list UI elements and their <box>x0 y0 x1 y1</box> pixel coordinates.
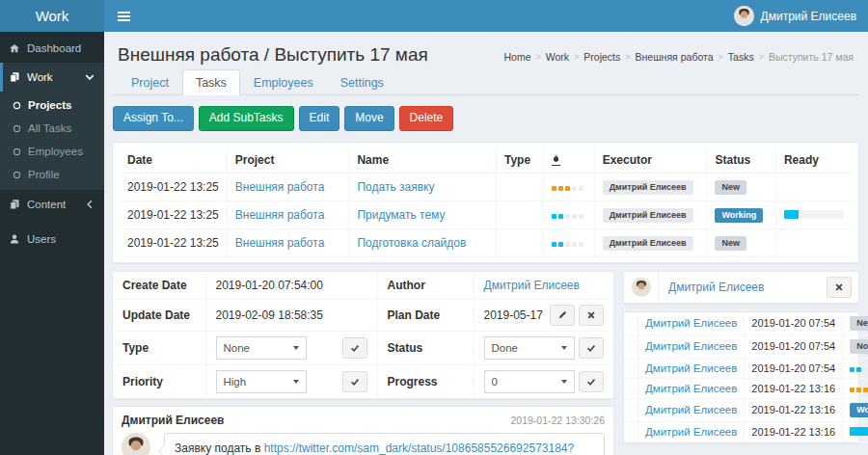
activity-user-link[interactable]: Дмитрий Елисеев <box>645 404 737 415</box>
apply-type-button[interactable] <box>342 337 367 359</box>
activity-table: Дмитрий Елисеев 2019-01-20 07:54 New Дми… <box>624 312 868 442</box>
ready-cell <box>775 201 852 228</box>
circle-icon <box>13 171 21 179</box>
task-date: 2019-01-22 13:25 <box>120 201 227 228</box>
remove-assignee-button[interactable] <box>827 277 852 298</box>
activity-user-link[interactable]: Дмитрий Елисеев <box>645 426 737 438</box>
tab-settings[interactable]: Settings <box>327 69 397 95</box>
user-menu[interactable]: Дмитрий Елисеев <box>734 6 868 26</box>
sidebar-item-users[interactable]: Users <box>0 225 104 254</box>
top-header: Work Дмитрий Елисеев <box>0 0 868 32</box>
files-icon <box>9 199 20 210</box>
priority-dots <box>552 214 585 219</box>
type-select[interactable]: None <box>216 336 307 360</box>
brand-logo[interactable]: Work <box>0 0 104 32</box>
sidebar-item-employees[interactable]: Employees <box>0 140 104 163</box>
priority-dots <box>850 367 868 372</box>
tab-employees[interactable]: Employees <box>240 69 327 95</box>
sidebar-toggle-icon[interactable] <box>104 0 143 32</box>
files-icon <box>9 71 20 83</box>
sidebar-item-work[interactable]: Work <box>0 63 104 92</box>
col-status[interactable]: Status <box>707 147 775 174</box>
task-date: 2019-01-22 13:25 <box>120 228 227 256</box>
comment-text: Заявку подать в <box>175 442 264 455</box>
priority-select[interactable]: High <box>216 370 307 393</box>
col-type[interactable]: Type <box>496 147 543 174</box>
col-name[interactable]: Name <box>349 147 497 174</box>
sidebar: Dashboard Work Projects All Tasks Empl <box>0 32 104 455</box>
apply-status-button[interactable] <box>579 337 604 359</box>
list-item: Дмитрий Елисеев 2019-01-22 13:16 <box>624 421 868 442</box>
activity-date: 2019-01-22 13:16 <box>745 378 843 398</box>
edit-button[interactable]: Edit <box>299 106 340 131</box>
work-submenu: Projects All Tasks Employees Profile <box>0 92 104 190</box>
pencil-icon <box>557 310 567 320</box>
status-badge: New <box>715 236 746 251</box>
sidebar-item-all-tasks[interactable]: All Tasks <box>0 117 104 140</box>
status-select[interactable]: Done <box>484 336 575 360</box>
task-project-link[interactable]: Внешняя работа <box>235 236 325 250</box>
check-icon <box>350 377 360 387</box>
priority-dots <box>850 388 868 392</box>
col-executor[interactable]: Executor <box>594 147 707 174</box>
move-button[interactable]: Move <box>344 106 393 131</box>
breadcrumb-work[interactable]: Work <box>546 51 569 63</box>
type-label: Type <box>113 331 205 364</box>
activity-user-link[interactable]: Дмитрий Елисеев <box>645 317 737 329</box>
check-icon <box>350 343 360 353</box>
sidebar-item-content[interactable]: Content <box>0 190 104 219</box>
delete-button[interactable]: Delete <box>399 106 454 131</box>
activity-user-link[interactable]: Дмитрий Елисеев <box>645 340 737 352</box>
update-date-value: 2019-02-09 18:58:35 <box>205 299 377 331</box>
table-row[interactable]: 2019-01-22 13:25 Внешняя работа Подготов… <box>120 228 852 256</box>
task-name-link[interactable]: Подать заявку <box>357 180 434 194</box>
clear-plan-date-button[interactable] <box>579 305 604 326</box>
author-label: Author <box>377 272 474 300</box>
comment-avatar <box>122 433 150 455</box>
edit-plan-date-button[interactable] <box>550 305 575 326</box>
assign-to-button[interactable]: Assign To... <box>113 106 194 131</box>
task-project-link[interactable]: Внешняя работа <box>235 208 325 222</box>
activity-user-link[interactable]: Дмитрий Елисеев <box>645 362 737 374</box>
sidebar-item-profile[interactable]: Profile <box>0 163 104 186</box>
add-subtasks-button[interactable]: Add SubTasks <box>199 106 294 131</box>
apply-priority-button[interactable] <box>342 371 367 392</box>
activity-user-link[interactable]: Дмитрий Елисеев <box>645 383 737 394</box>
breadcrumb-current: Выступить 17 мая <box>769 51 854 63</box>
breadcrumb-home[interactable]: Home <box>503 51 530 63</box>
navbar: Дмитрий Елисеев <box>104 0 868 32</box>
activity-date: 2019-01-20 07:54 <box>745 358 843 378</box>
activity-badge: New <box>850 316 868 331</box>
status-badge: New <box>715 180 746 195</box>
col-ready[interactable]: Ready <box>775 147 852 174</box>
create-date-label: Create Date <box>113 272 205 300</box>
breadcrumb-projects[interactable]: Projects <box>583 51 620 63</box>
executor-badge: Дмитрий Елисеев <box>603 208 693 223</box>
assignee-link[interactable]: Дмитрий Елисеев <box>659 281 827 294</box>
tasks-table: Date Project Name Type Executor Status R… <box>120 147 852 257</box>
sidebar-item-dashboard[interactable]: Dashboard <box>0 34 104 63</box>
table-row[interactable]: 2019-01-22 13:25 Внешняя работа Подать з… <box>120 173 852 201</box>
task-details-panel: Create Date 2019-01-20 07:54:00 Author Д… <box>112 271 614 399</box>
table-row[interactable]: 2019-01-22 13:25 Внешняя работа Придумат… <box>120 201 852 228</box>
col-project[interactable]: Project <box>227 147 349 174</box>
apply-progress-button[interactable] <box>579 371 604 392</box>
app-window: Work Дмитрий Елисеев Dashboard Work <box>0 0 868 455</box>
breadcrumb-tasks[interactable]: Tasks <box>728 51 754 63</box>
breadcrumb-project[interactable]: Внешняя работа <box>636 51 714 63</box>
task-name-link[interactable]: Подготовка слайдов <box>357 236 466 250</box>
sidebar-item-projects[interactable]: Projects <box>0 94 104 117</box>
col-date[interactable]: Date <box>120 147 227 174</box>
col-priority[interactable] <box>543 147 594 174</box>
breadcrumb: Home Work Projects Внешняя работа Tasks … <box>503 51 854 63</box>
task-project-link[interactable]: Внешняя работа <box>235 180 325 194</box>
task-name-link[interactable]: Придумать тему <box>357 208 445 222</box>
chevron-left-icon <box>84 199 95 210</box>
x-icon <box>834 282 844 292</box>
tab-tasks[interactable]: Tasks <box>182 69 240 95</box>
author-link[interactable]: Дмитрий Елисеев <box>484 279 580 292</box>
activity-date: 2019-01-20 07:54 <box>745 312 843 335</box>
tab-project[interactable]: Project <box>118 69 182 95</box>
activity-panel: Дмитрий Елисеев 2019-01-20 07:54 New Дми… <box>623 311 859 443</box>
progress-select[interactable]: 0 <box>484 370 575 393</box>
